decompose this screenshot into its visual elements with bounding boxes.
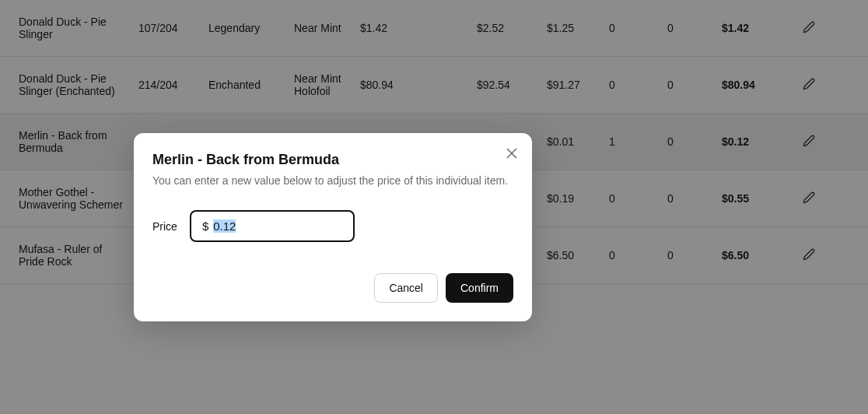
- price-input[interactable]: [213, 219, 342, 233]
- modal-actions: Cancel Confirm: [152, 273, 513, 303]
- price-field-row: Price $: [152, 210, 513, 242]
- price-edit-modal: Merlin - Back from Bermuda You can enter…: [134, 133, 532, 321]
- confirm-button[interactable]: Confirm: [446, 273, 513, 303]
- modal-description: You can enter a new value below to adjus…: [152, 173, 513, 188]
- price-label: Price: [152, 220, 177, 233]
- modal-overlay: Merlin - Back from Bermuda You can enter…: [0, 0, 868, 414]
- close-icon[interactable]: [504, 146, 520, 161]
- price-input-wrapper[interactable]: $: [190, 210, 355, 242]
- cancel-button[interactable]: Cancel: [374, 273, 438, 303]
- modal-title: Merlin - Back from Bermuda: [152, 152, 513, 168]
- currency-symbol: $: [202, 219, 208, 233]
